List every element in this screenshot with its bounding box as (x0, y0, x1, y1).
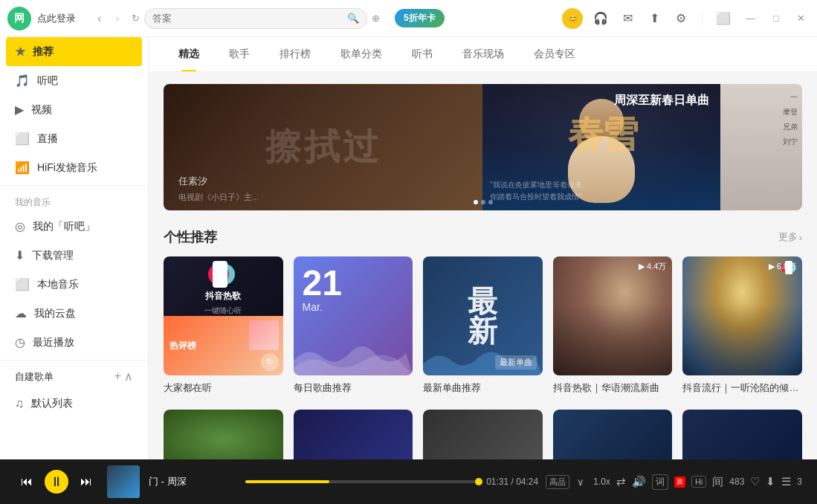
lyrics-icon[interactable]: 词 (652, 474, 668, 490)
quality-arrow[interactable]: ∨ (577, 476, 584, 488)
forward-button[interactable]: › (109, 10, 126, 28)
sidebar-local-label: 本地音乐 (37, 278, 79, 291)
sidebar-listen-label: 听吧 (37, 74, 58, 88)
new-songs-label: 最新单曲 (495, 355, 537, 369)
sidebar-item-video[interactable]: ▶ 视频 (0, 95, 148, 124)
cards-row: 抖音热歌 一键随心听 热评榜 ↻ (164, 256, 802, 395)
player-thumbnail (107, 465, 140, 498)
miniplayer-icon[interactable]: ⬜ (714, 10, 732, 28)
nav-tabs: 精选 歌手 排行榜 歌单分类 听书 音乐现场 会员专区 (149, 37, 817, 72)
refresh-button[interactable]: ↻ (126, 10, 144, 28)
card-row2-4[interactable] (553, 410, 673, 459)
progress-bar[interactable] (245, 480, 479, 483)
card-tiktok-songs[interactable]: ▶ 4.4万 抖音热歌｜华语潮流新曲 (553, 256, 673, 395)
banner-subtitle: 电视剧《小日子》主... (178, 192, 259, 203)
mail-icon[interactable]: ✉ (619, 10, 636, 28)
refresh-icon[interactable]: ⊕ (372, 13, 380, 24)
sidebar-recent-label: 最近播放 (33, 336, 74, 349)
app-logo: 网 (7, 7, 31, 30)
download-player-icon[interactable]: ⬇ (766, 475, 775, 488)
sidebar-hifi-label: HiFi发烧音乐 (37, 161, 97, 175)
main-content: 精选 歌手 排行榜 歌单分类 听书 音乐现场 会员专区 擦拭过 任素汐 电视剧《… (149, 37, 817, 459)
settings-icon[interactable]: ⚙ (672, 10, 690, 28)
sidebar-item-live[interactable]: ⬜ 直播 (0, 124, 148, 153)
playlist-icon-player[interactable]: ☰ (781, 475, 791, 488)
speed-control[interactable]: 1.0x (593, 476, 610, 487)
card-tiktok-hot[interactable]: 抖音热歌 一键随心听 热评榜 ↻ (164, 256, 283, 395)
sidebar-item-tingba[interactable]: ◎ 我的「听吧」 (0, 212, 148, 241)
minimize-button[interactable]: — (741, 11, 760, 25)
sidebar-item-local[interactable]: ⬜ 本地音乐 (0, 270, 148, 299)
content-body: 擦拭过 任素汐 电视剧《小日子》主... 周深至新春日单曲 (149, 72, 817, 459)
sidebar-item-default-playlist[interactable]: ♫ 默认列表 (0, 390, 148, 418)
headphone-icon[interactable]: 🎧 (592, 10, 610, 28)
sidebar-item-recommend[interactable]: ★ 推荐 (6, 37, 142, 66)
pause-button[interactable]: ⏸ (45, 470, 68, 494)
close-button[interactable]: ✕ (792, 11, 810, 25)
tab-selected[interactable]: 精选 (164, 37, 214, 71)
volume-icon[interactable]: 🔊 (632, 475, 646, 488)
collapse-playlist-button[interactable]: ∧ (124, 369, 133, 384)
card-daily-recommend[interactable]: 21 Mar. 每日歌曲推荐 (294, 256, 413, 395)
card-tiktok-popular[interactable]: ▶ 6.8万 抖音流行｜一听沦陷的倾心旋律 (682, 256, 802, 395)
progress-fill (245, 480, 329, 483)
card-row2-3[interactable] (423, 410, 543, 459)
back-button[interactable]: ‹ (91, 10, 109, 28)
login-text[interactable]: 点此登录 (37, 12, 76, 25)
search-icon[interactable]: 🔍 (347, 13, 359, 24)
tab-vip[interactable]: 会员专区 (519, 37, 590, 71)
sidebar-item-listen[interactable]: 🎵 听吧 (0, 66, 148, 95)
maximize-button[interactable]: □ (769, 11, 784, 25)
hifi-icon: 📶 (15, 161, 30, 175)
refresh-icon-2[interactable]: ↻ (261, 353, 279, 371)
cloud-icon: ☁ (15, 306, 27, 320)
section-more-button[interactable]: 更多 › (778, 230, 802, 244)
sidebar-item-download[interactable]: ⬇ 下载管理 (0, 241, 148, 270)
user-avatar[interactable]: 😊 (562, 8, 583, 29)
card-row2-2[interactable] (294, 410, 413, 459)
new-text-block: 最 新 (468, 286, 497, 346)
player-info: 门 - 周深 (149, 475, 238, 488)
sidebar-item-cloud[interactable]: ☁ 我的云盘 (0, 299, 148, 328)
progress-handle[interactable] (475, 478, 482, 485)
next-button[interactable]: ⏭ (74, 470, 98, 494)
banner-right-text: 一 摩登 兄弟 刘宁 (783, 90, 798, 149)
daily-month: Mar. (303, 301, 404, 313)
banner-dot-1[interactable] (474, 200, 478, 204)
loop-icon[interactable]: ⇄ (616, 475, 626, 488)
tab-audiobook[interactable]: 听书 (397, 37, 448, 71)
tab-singer[interactable]: 歌手 (214, 37, 265, 71)
card-tiktok-title: 大家都在听 (164, 381, 283, 395)
live-icon: ⬜ (15, 132, 30, 146)
prev-button[interactable]: ⏮ (15, 470, 39, 494)
banner-dot-3[interactable] (488, 200, 493, 204)
sidebar-download-label: 下载管理 (32, 249, 74, 262)
card-row2-5[interactable] (682, 410, 802, 459)
like-icon[interactable]: ♡ (750, 475, 760, 488)
sidebar-item-hifi[interactable]: 📶 HiFi发烧音乐 (0, 153, 148, 182)
player-progress-section: 门 - 周深 01:31 / 04:24 高品 ∨ (149, 475, 584, 489)
sidebar-item-recent[interactable]: ◷ 最近播放 (0, 328, 148, 357)
banner-song-title: 周深至新春日单曲 (614, 93, 709, 109)
banner-lyrics: "我说在灸疲雾地里等着你来, 你踏着马合投时望着我成情" (490, 179, 713, 203)
playlist-title: 自建歌单 (15, 370, 54, 384)
banner-left-text: 擦拭过 (265, 123, 381, 171)
promo-badge[interactable]: 5折年卡 (395, 9, 445, 28)
sidebar-default-playlist-label: 默认列表 (31, 397, 73, 410)
banner-dot-2[interactable] (481, 200, 485, 204)
player-time: 01:31 / 04:24 (486, 476, 538, 487)
search-bar[interactable]: 🔍 (144, 8, 367, 29)
hifi-player-icon[interactable]: Hi (691, 476, 706, 488)
card-new-songs[interactable]: 最 新 最新单曲 最新单曲推荐 (423, 256, 543, 395)
upload-icon[interactable]: ⬆ (645, 10, 663, 28)
card-row2-1[interactable] (164, 410, 283, 459)
search-input[interactable] (152, 13, 347, 24)
banner-right: 一 摩登 兄弟 刘宁 (720, 84, 802, 210)
tab-rank[interactable]: 排行榜 (265, 37, 326, 71)
banner[interactable]: 擦拭过 任素汐 电视剧《小日子》主... 周深至新春日单曲 (164, 84, 802, 210)
quality-badge[interactable]: 高品 (546, 475, 569, 489)
tab-playlist[interactable]: 歌单分类 (326, 37, 397, 71)
comment-icon[interactable]: 间 (712, 475, 723, 489)
add-playlist-button[interactable]: + (114, 369, 121, 384)
tab-live-music[interactable]: 音乐现场 (448, 37, 519, 71)
